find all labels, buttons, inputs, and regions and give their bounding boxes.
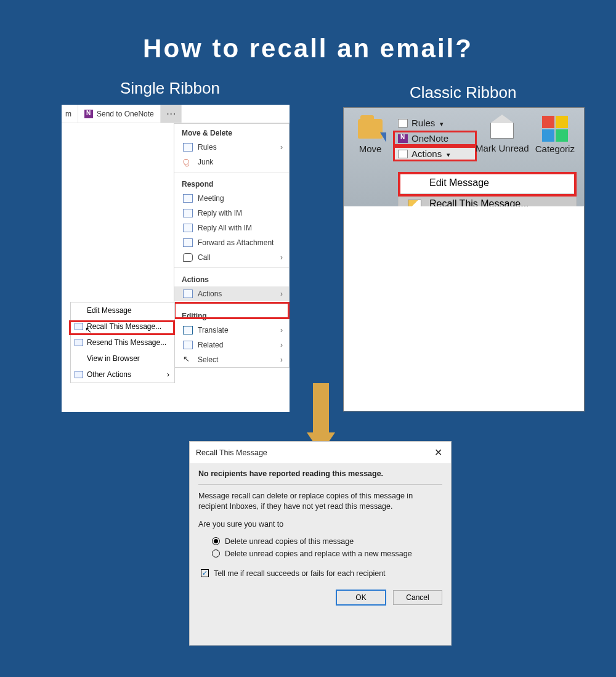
label-single-ribbon: Single Ribbon xyxy=(120,79,220,98)
menu-select[interactable]: Select xyxy=(174,352,289,367)
checkbox-tell-me[interactable]: Tell me if recall succeeds or fails for … xyxy=(201,569,442,578)
checkbox-tell-me-label: Tell me if recall succeeds or fails for … xyxy=(214,569,386,578)
dropdown-edit-message-label: Edit Message xyxy=(429,177,489,189)
radio-icon xyxy=(212,549,220,557)
menu-actions[interactable]: Actions xyxy=(174,286,289,301)
checkbox-icon xyxy=(201,569,209,577)
actions-icon xyxy=(398,150,408,158)
move-label: Move xyxy=(359,144,382,154)
menu-call-label: Call xyxy=(198,253,211,262)
ribbon-rules-label: Rules xyxy=(411,118,435,128)
overflow-menu: Move & Delete Rules Junk Respond Meeting… xyxy=(174,123,290,368)
menu-reply-all-im[interactable]: Reply All with IM xyxy=(174,221,289,235)
close-button[interactable]: ✕ xyxy=(432,447,445,458)
label-classic-ribbon: Classic Ribbon xyxy=(410,83,516,102)
ok-button[interactable]: OK xyxy=(336,590,386,605)
recall-icon xyxy=(75,323,83,330)
single-ribbon-toolbar: m Send to OneNote ··· xyxy=(62,105,290,123)
menu-reply-im-label: Reply with IM xyxy=(198,209,242,217)
menu-forward-attachment[interactable]: Forward as Attachment xyxy=(174,235,289,250)
dialog-title: Recall This Message xyxy=(196,448,267,457)
radio-icon xyxy=(212,537,220,545)
categorize-icon xyxy=(542,116,568,142)
select-icon xyxy=(183,355,193,364)
junk-icon xyxy=(183,158,193,166)
classic-ribbon-screenshot: Move Rules OneNote Actions Mark Unread C… xyxy=(343,107,585,411)
dialog-description: Message recall can delete or replace cop… xyxy=(198,491,442,512)
mark-unread-button[interactable]: Mark Unread xyxy=(476,116,529,154)
menu-actions-label: Actions xyxy=(198,290,222,298)
menu-rules-label: Rules xyxy=(198,143,217,152)
menu-meeting-label: Meeting xyxy=(198,194,224,203)
classic-ribbon-toolbar: Move Rules OneNote Actions Mark Unread C… xyxy=(344,108,584,206)
meeting-icon xyxy=(183,194,193,203)
actions-submenu: Edit Message Recall This Message... Rese… xyxy=(70,302,175,383)
menu-meeting[interactable]: Meeting xyxy=(174,191,289,206)
other-actions-icon xyxy=(75,371,83,378)
submenu-view-browser-label: View in Browser xyxy=(87,354,140,363)
ribbon-actions[interactable]: Actions xyxy=(394,147,476,160)
submenu-edit-message-label: Edit Message xyxy=(87,306,132,315)
section-editing: Editing xyxy=(174,307,289,323)
ribbon-actions-label: Actions xyxy=(411,148,442,159)
send-to-onenote-label: Send to OneNote xyxy=(97,110,154,118)
categorize-button[interactable]: Categoriz xyxy=(535,116,575,154)
move-button[interactable]: Move xyxy=(354,116,387,154)
translate-icon xyxy=(183,326,193,334)
onenote-icon xyxy=(84,110,93,118)
dropdown-edit-message[interactable]: Edit Message xyxy=(399,172,576,193)
section-respond: Respond xyxy=(174,175,289,191)
ribbon-onenote[interactable]: OneNote xyxy=(394,132,476,145)
actions-dropdown: Edit Message Recall This Message... Rese… xyxy=(398,172,577,206)
menu-select-label: Select xyxy=(198,355,218,364)
rules-icon xyxy=(183,143,193,152)
radio-delete-copies[interactable]: Delete unread copies of this message xyxy=(212,537,442,546)
send-to-onenote-button[interactable]: Send to OneNote xyxy=(78,105,161,123)
dialog-titlebar: Recall This Message ✕ xyxy=(190,442,451,463)
ribbon-rules[interactable]: Rules xyxy=(394,116,476,129)
menu-call[interactable]: Call xyxy=(174,250,289,265)
single-ribbon-screenshot: m Send to OneNote ··· Move & Delete Rule… xyxy=(62,105,290,412)
menu-junk[interactable]: Junk xyxy=(174,155,289,169)
mark-unread-label: Mark Unread xyxy=(476,144,529,154)
menu-related[interactable]: Related xyxy=(174,338,289,352)
submenu-view-in-browser[interactable]: View in Browser xyxy=(71,351,174,367)
radio-delete-label: Delete unread copies of this message xyxy=(225,537,354,546)
onenote-icon xyxy=(398,134,408,143)
cancel-button[interactable]: Cancel xyxy=(393,590,442,605)
submenu-edit-message[interactable]: Edit Message xyxy=(71,302,174,318)
more-options-button[interactable]: ··· xyxy=(161,105,182,123)
menu-reply-all-im-label: Reply All with IM xyxy=(198,224,252,232)
menu-related-label: Related xyxy=(198,341,223,349)
rules-icon xyxy=(398,119,408,128)
menu-translate-label: Translate xyxy=(198,326,229,334)
radio-replace-copies[interactable]: Delete unread copies and replace with a … xyxy=(212,549,442,558)
section-actions: Actions xyxy=(174,270,289,286)
menu-reply-im[interactable]: Reply with IM xyxy=(174,206,289,221)
dialog-headline: No recipients have reported reading this… xyxy=(198,469,442,478)
dropdown-recall-label: Recall This Message... xyxy=(429,198,529,206)
submenu-other-actions[interactable]: Other Actions xyxy=(71,367,174,383)
call-icon xyxy=(183,253,193,262)
dropdown-recall-message[interactable]: Recall This Message... xyxy=(399,193,576,206)
ribbon-stack: Rules OneNote Actions xyxy=(394,116,476,160)
resend-icon xyxy=(75,339,83,346)
submenu-recall-label: Recall This Message... xyxy=(87,322,161,331)
recall-dialog: Recall This Message ✕ No recipients have… xyxy=(189,441,452,646)
submenu-resend-label: Resend This Message... xyxy=(87,338,166,347)
categorize-label: Categoriz xyxy=(535,144,575,154)
reply-all-im-icon xyxy=(183,224,193,232)
section-move-delete: Move & Delete xyxy=(174,124,289,140)
menu-forward-attach-label: Forward as Attachment xyxy=(198,238,274,247)
related-icon xyxy=(183,341,193,349)
folder-icon xyxy=(358,119,383,139)
recall-icon xyxy=(408,200,421,206)
dialog-prompt: Are you sure you want to xyxy=(198,519,442,530)
radio-replace-label: Delete unread copies and replace with a … xyxy=(225,549,412,558)
menu-rules[interactable]: Rules xyxy=(174,140,289,155)
menu-translate[interactable]: Translate xyxy=(174,323,289,338)
ribbon-onenote-label: OneNote xyxy=(411,133,448,144)
actions-icon xyxy=(183,290,193,298)
page-title: How to recall an email? xyxy=(0,34,616,63)
submenu-resend-message[interactable]: Resend This Message... xyxy=(71,334,174,351)
